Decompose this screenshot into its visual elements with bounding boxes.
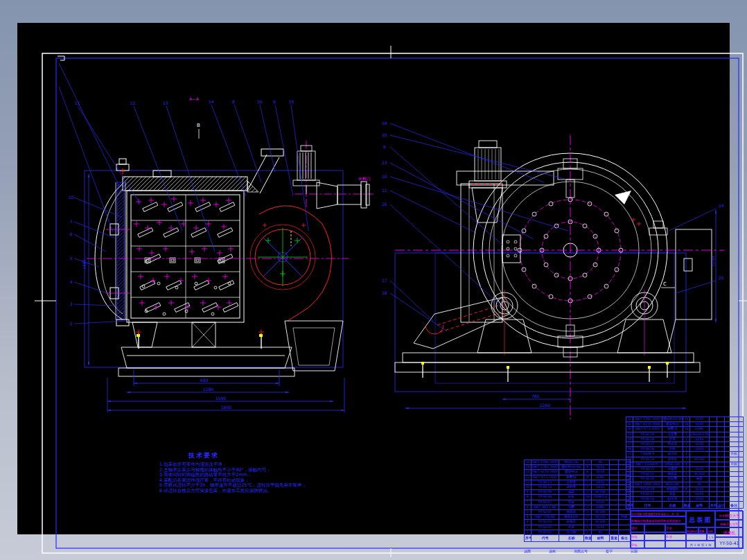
callout: 23 [382, 160, 387, 165]
callout: 10 [69, 195, 74, 200]
callout: 6 [70, 231, 73, 236]
callout: 11 [382, 188, 387, 193]
callout: 10 [382, 174, 387, 179]
row-design: 设计 [631, 524, 644, 532]
callout: 18 [382, 290, 387, 295]
leader-lines-left [59, 63, 308, 324]
callout: 26 [382, 202, 387, 207]
school-line2: 机电工程学院 [715, 520, 744, 527]
stage-value-cell [686, 534, 707, 541]
footer-item: 底图总号 [574, 549, 588, 553]
page: 11 12 13 14 8 16 9 15 10 7 6 5 4 3 2 19 … [0, 0, 747, 560]
callout: 9 [273, 99, 276, 104]
callout: 9 [383, 144, 386, 149]
callout: 7 [70, 219, 73, 224]
row-review: 审核 [631, 541, 644, 549]
dim-text: 780 [531, 394, 540, 399]
project-line: 机械设计制造及其自动化专业毕业设计 [631, 516, 686, 524]
signature-header: 标记 处数 分区 更改文件号 签名 年、月、日 [631, 511, 686, 516]
right-view-base [395, 353, 700, 382]
callout: 3 [70, 301, 73, 306]
stage-label: 阶段标记 [686, 527, 698, 534]
view-c-label: C [663, 281, 667, 287]
check-name-cell [644, 532, 665, 541]
callout: 20 [382, 132, 387, 137]
dim-text: 690 [200, 378, 209, 383]
footer-item: 签字 [606, 549, 613, 553]
callout: 16 [257, 99, 263, 104]
product-name: 球磨机 [715, 527, 744, 537]
title-block: 标记 处数 分区 更改文件号 签名 年、月、日 机械设计制造及其自动化专业毕业设… [630, 510, 743, 548]
bom-table-right: 32GB/T 5782-2000螺栓M20×8016Q23531GB/T 617… [626, 417, 744, 509]
dimension-texts: 690 1180 1590 1900 780 2260 1485 1130 [82, 256, 715, 410]
drawing-canvas: 11 12 13 14 8 16 9 15 10 7 6 5 4 3 2 19 … [17, 23, 730, 534]
row-check: 校核 [631, 532, 644, 541]
callout: 2 [70, 321, 73, 326]
footer-item: 描图 [524, 549, 531, 553]
outlet-label: 出料口 [358, 176, 371, 182]
dim-text: 1180 [203, 387, 213, 392]
approve-date-cell [665, 541, 686, 549]
footer-item: 日期 [631, 549, 638, 553]
callout: 5 [70, 256, 73, 261]
tech-req-title: 技术要求 [188, 451, 298, 460]
rotor-volute [250, 206, 331, 321]
drawing-number: YY-50-41 [715, 537, 744, 549]
section-label: A—A [189, 96, 200, 101]
view-b-label: B [197, 123, 200, 128]
technical-requirements: 技术要求 1.组装前所有零件均须清洗干净； 2.主轴承安装后与轴颈的接触角不小于… [159, 451, 298, 494]
mass-label: 质量 [698, 527, 707, 534]
callout: 24 [719, 203, 724, 208]
scale-value: 1:5 [707, 534, 715, 541]
callout: 11 [75, 100, 80, 105]
tension-arm [414, 297, 509, 349]
left-view-base [118, 321, 343, 376]
row-process: 工艺 [665, 524, 686, 532]
callout: 8 [232, 99, 235, 104]
school-line1: ××科技大学 [715, 511, 744, 520]
dim-text: 2260 [540, 403, 550, 408]
callout: 14 [209, 99, 214, 104]
footer-strip: 描图 描校 底图总号 签字 日期 [524, 549, 747, 553]
callout: 13 [163, 100, 168, 105]
dim-text: 1485 [82, 259, 87, 270]
feed-housing [457, 171, 554, 322]
charge-marks [134, 196, 234, 310]
tech-req-item: 6.试运转合格后方可涂漆包装，外露加工面应涂防锈油。 [159, 489, 298, 494]
callout: 19 [382, 121, 387, 125]
callout: 15 [289, 99, 295, 104]
right-view [395, 135, 724, 419]
bom-table-left: 15GB/T 1096-2003键16×5624514GB/T 5782-200… [524, 460, 631, 542]
view-labels: A—A B C 出料口 [189, 96, 675, 288]
footer-item: 描校 [549, 549, 556, 553]
callout: 17 [382, 278, 387, 283]
design-name-cell [644, 524, 665, 532]
sheet-info: 共 1 张 第 1 张 [686, 541, 715, 549]
callout: 25 [719, 275, 724, 280]
drawing-title: 总装图 [686, 511, 715, 527]
row-approve: 批准 [665, 532, 686, 541]
callout: 12 [130, 100, 136, 105]
dim-text: 1590 [216, 396, 226, 401]
scale-label: 比例 [707, 527, 715, 534]
left-view [85, 141, 374, 376]
callouts: 11 12 13 14 8 16 9 15 10 7 6 5 4 3 2 19 … [69, 99, 724, 326]
callout: 4 [70, 279, 73, 284]
dim-text: 1900 [221, 405, 231, 410]
review-name-cell [644, 541, 665, 549]
dim-text: 1130 [710, 256, 715, 267]
